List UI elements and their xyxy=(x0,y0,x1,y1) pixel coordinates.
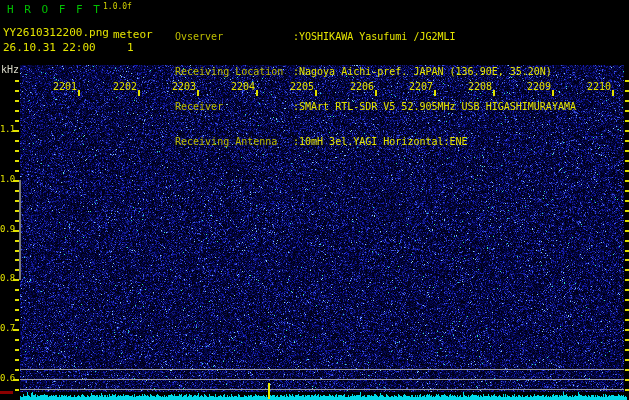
time-tick-label: 2210 xyxy=(586,81,611,92)
time-tick-label: 2207 xyxy=(408,81,433,92)
observation-datetime: 26.10.31 22:00 xyxy=(3,41,96,54)
freq-tick-label: 1.0 xyxy=(0,174,14,184)
info-value-location: :Nagoya Aichi-pref. JAPAN (136.90E, 35.2… xyxy=(293,66,552,77)
time-tick-label: 2204 xyxy=(230,81,255,92)
freq-tick-label: 0.9 xyxy=(0,224,14,234)
freq-axis-unit-label: kHz xyxy=(1,64,19,75)
hrofft-output-image: H R O F F T 1.0.0f YY2610312200.png mete… xyxy=(0,0,629,400)
time-tick-label: 2205 xyxy=(289,81,314,92)
info-label-receiver: Receiver xyxy=(175,101,293,113)
info-row-antenna: Receiving Antenna:10mH 3el.YAGI Horizont… xyxy=(175,136,576,148)
meteor-count: 1 xyxy=(127,41,134,54)
info-value-antenna: :10mH 3el.YAGI Horizontal:ENE xyxy=(293,136,468,147)
time-tick-label: 2208 xyxy=(467,81,492,92)
freq-tick-label: 0.6 xyxy=(0,373,14,383)
info-value-observer: :YOSHIKAWA Yasufumi /JG2MLI xyxy=(293,31,456,42)
info-label-observer: Ovserver xyxy=(175,31,293,43)
app-title: H R O F F T xyxy=(7,3,102,16)
freq-tick-label: 0.8 xyxy=(0,273,14,283)
info-row-location: Receiving Location:Nagoya Aichi-pref. JA… xyxy=(175,66,576,78)
info-label-location: Receiving Location xyxy=(175,66,293,78)
time-tick-label: 2209 xyxy=(526,81,551,92)
info-row-observer: Ovserver:YOSHIKAWA Yasufumi /JG2MLI xyxy=(175,31,576,43)
freq-tick-label: 0.7 xyxy=(0,323,14,333)
info-row-receiver: Receiver:SMArt RTL-SDR V5 52.905MHz USB … xyxy=(175,101,576,113)
time-tick-label: 2201 xyxy=(52,81,77,92)
output-filename: YY2610312200.png xyxy=(3,26,109,39)
freq-tick-label: 1.1 xyxy=(0,124,14,134)
time-tick-label: 2202 xyxy=(112,81,137,92)
mode-label: meteor xyxy=(113,28,153,41)
info-value-receiver: :SMArt RTL-SDR V5 52.905MHz USB HIGASHIM… xyxy=(293,101,576,112)
time-tick-label: 2203 xyxy=(171,81,196,92)
time-tick-label: 2206 xyxy=(349,81,374,92)
app-version: 1.0.0f xyxy=(103,2,132,11)
info-label-antenna: Receiving Antenna xyxy=(175,136,293,148)
